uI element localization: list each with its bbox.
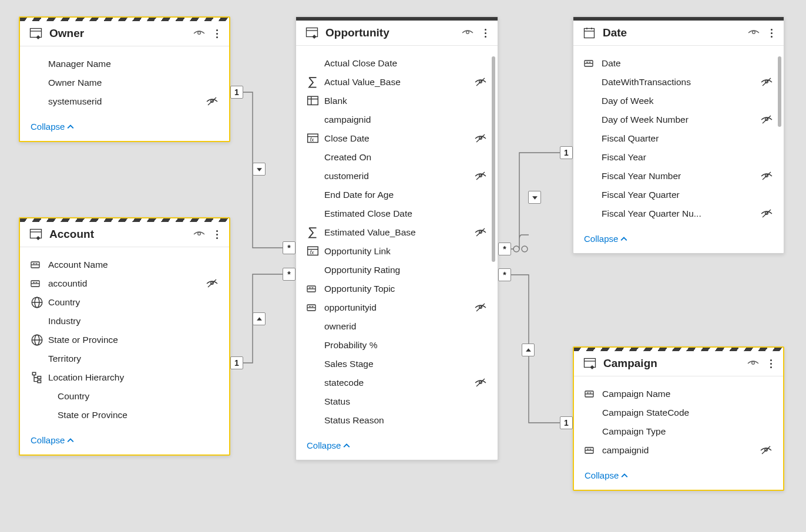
field-row[interactable]: fxOpportunity Link	[296, 242, 498, 261]
field-row[interactable]: Actual Close Date	[296, 54, 498, 73]
field-row[interactable]: Probability %	[296, 336, 498, 355]
blank-icon	[584, 152, 597, 163]
field-row[interactable]: Campaign Type	[574, 422, 783, 441]
filter-direction-arrow	[253, 163, 266, 176]
hidden-icon	[474, 227, 487, 238]
blank-icon	[307, 58, 320, 69]
field-row[interactable]: Country	[20, 387, 229, 406]
field-name: State or Province	[48, 410, 201, 420]
field-row[interactable]: statecode	[296, 373, 498, 392]
field-row[interactable]: campaignid	[296, 110, 498, 129]
collapse-button[interactable]: Collapse	[20, 116, 229, 141]
hidden-icon	[474, 284, 487, 294]
collapse-button[interactable]: Collapse	[574, 464, 783, 490]
field-row[interactable]: Fiscal Quarter	[573, 129, 784, 148]
scrollbar[interactable]	[778, 56, 781, 127]
field-row[interactable]: Owner Name	[20, 73, 229, 92]
field-row[interactable]: Sales Stage	[296, 355, 498, 373]
table-card-opportunity[interactable]: Opportunity Actual Close DateActual Valu…	[295, 16, 498, 460]
card-header[interactable]: Campaign	[574, 351, 783, 376]
more-options-icon[interactable]	[767, 29, 775, 38]
field-row[interactable]: Status	[296, 392, 498, 411]
card-header[interactable]: Account	[20, 222, 229, 247]
svg-point-80	[752, 362, 755, 365]
field-row[interactable]: customerid	[296, 167, 498, 186]
table-card-owner[interactable]: Owner Manager NameOwner Namesystemuserid…	[19, 16, 230, 142]
table-card-account[interactable]: Account Account NameaccountidCountryIndu…	[19, 217, 230, 456]
field-row[interactable]: Location Hierarchy	[20, 368, 229, 387]
card-header[interactable]: Owner	[20, 21, 229, 46]
visibility-icon[interactable]	[461, 26, 474, 39]
field-row[interactable]: Actual Value_Base	[296, 73, 498, 92]
field-row[interactable]: ownerid	[296, 317, 498, 336]
field-row[interactable]: DateWithTransactions	[573, 73, 784, 92]
field-row[interactable]: Territory	[20, 349, 229, 368]
field-row[interactable]: Day of Week	[573, 92, 784, 110]
field-row[interactable]: End Date for Age	[296, 186, 498, 204]
visibility-icon[interactable]	[747, 357, 760, 370]
blank-icon	[584, 190, 597, 200]
field-row[interactable]: Blank	[296, 92, 498, 110]
more-options-icon[interactable]	[213, 230, 221, 239]
field-row[interactable]: State or Province	[20, 331, 229, 349]
field-row[interactable]: Industry	[20, 312, 229, 331]
visibility-icon[interactable]	[193, 27, 206, 40]
field-name: Day of Week	[602, 96, 755, 106]
field-name: Estimated Close Date	[324, 208, 469, 219]
field-row[interactable]: Country	[20, 293, 229, 312]
svg-rect-61	[585, 29, 595, 38]
field-name: campaignid	[324, 115, 469, 125]
field-row[interactable]: opportunityid	[296, 298, 498, 317]
blank-icon	[31, 96, 43, 107]
field-row[interactable]: Manager Name	[20, 55, 229, 73]
hidden-icon	[206, 391, 219, 402]
blank-icon	[31, 353, 43, 364]
field-row[interactable]: Fiscal Year Number	[573, 167, 784, 186]
field-row[interactable]: Estimated Close Date	[296, 204, 498, 223]
cardinality-many: *	[498, 268, 511, 281]
field-row[interactable]: systemuserid	[20, 92, 229, 111]
blank-icon	[31, 78, 43, 88]
field-row[interactable]: Fiscal Year	[573, 148, 784, 167]
more-options-icon[interactable]	[767, 359, 775, 368]
field-row[interactable]: Day of Week Number	[573, 110, 784, 129]
field-row[interactable]: Account Name	[20, 255, 229, 274]
table-card-date[interactable]: Date DateDateWithTransactionsDay of Week…	[573, 16, 784, 254]
svg-point-9	[198, 233, 201, 235]
field-row[interactable]: Campaign Name	[574, 385, 783, 403]
collapse-button[interactable]: Collapse	[573, 228, 784, 253]
svg-rect-78	[585, 359, 596, 368]
field-row[interactable]: Fiscal Year Quarter	[573, 186, 784, 204]
collapse-button[interactable]: Collapse	[296, 435, 498, 460]
table-card-campaign[interactable]: Campaign Campaign NameCampaign StateCode…	[573, 346, 784, 491]
field-row[interactable]: campaignid	[574, 441, 783, 460]
hidden-icon	[760, 152, 773, 163]
field-name: Manager Name	[48, 59, 201, 69]
visibility-icon[interactable]	[193, 228, 206, 241]
field-name: Estimated Value_Base	[324, 227, 469, 238]
visibility-icon[interactable]	[747, 26, 760, 39]
field-row[interactable]: Fiscal Year Quarter Nu...	[573, 204, 784, 223]
field-row[interactable]: Opportunity Topic	[296, 280, 498, 298]
field-row[interactable]: Opportunity Rating	[296, 261, 498, 280]
blank-icon	[307, 321, 320, 332]
field-row[interactable]: accountid	[20, 274, 229, 293]
field-row[interactable]: fxClose Date	[296, 129, 498, 148]
fx-icon: fx	[307, 246, 320, 257]
more-options-icon[interactable]	[213, 29, 221, 38]
field-row[interactable]: Date	[573, 54, 784, 73]
field-row[interactable]: Status Reason	[296, 411, 498, 430]
card-header[interactable]: Opportunity	[296, 21, 498, 46]
field-name: Fiscal Year	[602, 152, 755, 163]
scrollbar[interactable]	[492, 56, 495, 262]
collapse-button[interactable]: Collapse	[20, 429, 229, 454]
blank-icon	[31, 316, 43, 326]
field-row[interactable]: State or Province	[20, 406, 229, 425]
card-header[interactable]: Date	[573, 21, 784, 46]
blank-icon	[307, 378, 320, 388]
field-row[interactable]: Campaign StateCode	[574, 403, 783, 422]
hidden-icon	[474, 133, 487, 144]
more-options-icon[interactable]	[481, 29, 489, 38]
field-row[interactable]: Estimated Value_Base	[296, 223, 498, 242]
field-row[interactable]: Created On	[296, 148, 498, 167]
